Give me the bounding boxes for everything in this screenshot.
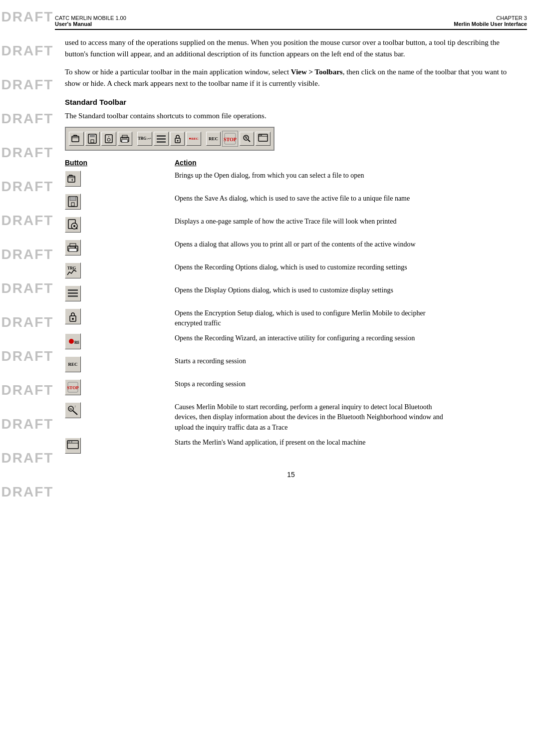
svg-rect-4 [105,135,112,143]
table-button-cell-stop: STOP [65,378,175,395]
svg-point-34 [75,247,76,248]
table-button-cell-save [65,193,175,210]
table-action-cell-rec-start: Starts a recording session [175,355,454,366]
svg-point-29 [73,225,75,227]
draft-label-8: DRAFT [0,238,55,271]
draft-label-2: DRAFT [0,34,55,68]
draft-label-3: DRAFT [0,68,55,102]
svg-point-14 [177,140,178,141]
table-button-cell-wand [65,437,175,454]
table-button-cell-encryption [65,307,175,324]
draft-label-6: DRAFT [0,170,55,204]
table-header-row: Button Action [65,159,522,167]
body-paragraph-1: used to access many of the operations su… [65,37,522,59]
print-icon [65,240,81,255]
para2-bold: View > Toolbars [291,68,343,76]
svg-line-46 [73,411,77,415]
open-file-icon [65,171,81,187]
table-button-cell-display [65,284,175,301]
svg-point-5 [107,138,110,141]
svg-point-21 [260,135,261,136]
table-button-cell-rec-start: REC [65,355,175,372]
table-button-cell-rec-wizard: REC [65,332,175,349]
toolbar-rec-options-icon: TRG [137,132,152,146]
draft-label-15: DRAFT [0,475,55,509]
table-row: REC Starts a recording session [65,355,522,374]
save-file-icon [65,194,81,210]
body-paragraph-2: To show or hide a particular toolbar in … [65,66,522,89]
header-left: CATC MERLIN MOBILE 1.00 User's Manual [55,15,126,27]
toolbar-image: TRG ●REC REC STOP N [65,127,274,151]
toolbar-stop-icon: STOP [222,131,238,147]
header-chapter: CHAPTER 3 [454,15,527,21]
table-button-cell-rec-options: TRG [65,261,175,278]
toolbar-rec-start-icon: REC [206,132,221,146]
draft-label-1: DRAFT [0,0,55,34]
svg-text:STOP: STOP [224,137,237,142]
page-number: 15 [55,471,527,479]
table-action-cell-print: Opens a dialog that allows you to print … [175,239,454,250]
table-row: Opens the Encryption Setup dialog, which… [65,307,522,329]
table-action-cell-rec-options: Opens the Recording Options dialog, whic… [175,261,454,272]
svg-rect-36 [68,289,78,291]
table-button-cell-open [65,170,175,187]
svg-rect-26 [71,203,74,206]
para2-prefix: To show or hide a particular toolbar in … [65,68,291,76]
table-row: TRG Opens the Recording Options dialog, … [65,261,522,280]
toolbar-encryption-icon [170,132,185,146]
svg-rect-0 [72,136,79,142]
toolbar-rec-wizard-icon: ●REC [186,132,201,146]
svg-rect-8 [122,135,127,138]
table-action-cell-preview: Displays a one-page sample of how the ac… [175,216,454,227]
table-row: Opens a dialog that allows you to print … [65,239,522,257]
header-app-name: CATC MERLIN MOBILE 1.00 [55,15,126,21]
svg-rect-25 [70,197,76,201]
svg-rect-51 [68,441,70,443]
toolbar-inquiry-icon: N [240,132,255,146]
svg-rect-11 [157,138,166,140]
draft-label-11: DRAFT [0,339,55,373]
table-row: Brings up the Open dialog, from which yo… [65,170,522,189]
svg-rect-9 [122,140,128,142]
table-action-cell-inquiry: Causes Merlin Mobile to start recording,… [175,401,454,433]
header-right: CHAPTER 3 Merlin Mobile User Interface [454,15,527,27]
table-action-cell-rec-wizard: Opens the Recording Wizard, an interacti… [175,332,454,343]
svg-rect-12 [157,141,166,143]
toolbar-table: Button Action Brings up the Open dialog,… [65,159,522,456]
inquiry-icon: N↑ [65,402,81,418]
svg-text:STOP: STOP [67,385,79,390]
draft-label-13: DRAFT [0,407,55,441]
table-button-cell-inquiry: N↑ [65,401,175,418]
table-action-cell-save: Opens the Save As dialog, which is used … [175,193,454,204]
svg-rect-2 [90,134,95,137]
svg-rect-10 [157,135,166,137]
page-content: CATC MERLIN MOBILE 1.00 User's Manual CH… [55,0,527,479]
header-manual-label: User's Manual [55,21,126,27]
toolbar-wand-icon [256,132,270,146]
toolbar-display-icon [154,132,169,146]
standard-toolbar-heading: Standard Toolbar [65,98,527,106]
table-row: Starts the Merlin's Wand application, if… [65,437,522,456]
draft-label-5: DRAFT [0,136,55,170]
table-button-cell-preview [65,216,175,233]
display-options-icon [65,285,81,301]
stop-icon: STOP [65,379,81,395]
svg-text:REC: REC [74,340,79,345]
svg-point-41 [69,339,74,344]
print-preview-icon [65,217,81,233]
toolbar-preview-icon [101,132,116,146]
svg-point-40 [72,318,74,320]
toolbar-save-icon [85,132,100,146]
svg-text:N: N [245,136,248,140]
page-header: CATC MERLIN MOBILE 1.00 User's Manual CH… [55,0,527,30]
svg-rect-52 [71,441,72,443]
header-section-label: Merlin Mobile User Interface [454,21,527,27]
section-intro: The Standard toolbar contains shortcuts … [65,110,522,122]
svg-rect-37 [68,292,78,294]
draft-label-10: DRAFT [0,305,55,339]
toolbar-open-icon [69,132,84,146]
draft-label-14: DRAFT [0,441,55,475]
table-button-cell-print [65,239,175,255]
table-row: REC Opens the Recording Wizard, an inter… [65,332,522,351]
svg-text:↑: ↑ [74,405,76,409]
